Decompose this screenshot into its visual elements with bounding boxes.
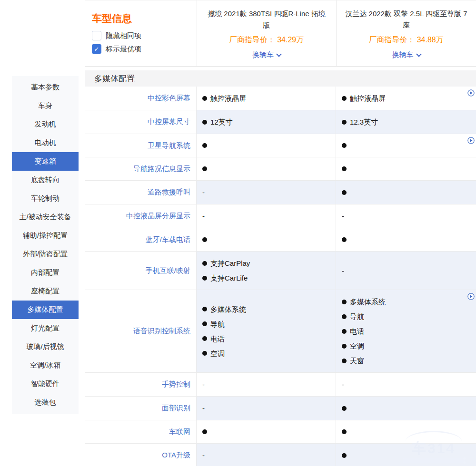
feature-item: 支持CarPlay bbox=[202, 256, 333, 271]
sidebar-item-17[interactable]: 智能硬件 bbox=[12, 375, 79, 393]
sidebar-item-6[interactable]: 底盘转向 bbox=[12, 171, 79, 189]
hide-same-items-checkbox[interactable]: 隐藏相同项 bbox=[92, 31, 197, 40]
spec-label[interactable]: 中控屏幕尺寸 bbox=[85, 110, 196, 134]
spec-value-car1 bbox=[196, 228, 336, 251]
spec-row-13: OTA升级- bbox=[85, 444, 476, 466]
bullet-icon bbox=[342, 143, 347, 148]
spec-label[interactable]: 道路救援呼叫 bbox=[85, 181, 196, 204]
spec-value-car1: 12英寸 bbox=[196, 110, 336, 134]
feature-item: 支持CarLife bbox=[202, 271, 333, 285]
feature-text: 空调 bbox=[350, 339, 364, 353]
spec-value-car2 bbox=[336, 397, 476, 420]
car-column-header-1: 揽境 2021款 380TSI 四驱R-Line 拓境版厂商指导价： 34.29… bbox=[197, 0, 336, 66]
spec-label[interactable]: OTA升级 bbox=[85, 444, 196, 466]
spec-row-9: 语音识别控制系统多媒体系统导航电话空调多媒体系统导航电话空调天窗 bbox=[85, 290, 476, 373]
spec-label[interactable]: 中控彩色屏幕 bbox=[85, 87, 196, 110]
feature-item: 空调 bbox=[342, 339, 473, 353]
sidebar-item-11[interactable]: 内部配置 bbox=[12, 263, 79, 282]
spec-value-car1: 支持CarPlay支持CarLife bbox=[196, 252, 336, 290]
spec-label[interactable]: 面部识别 bbox=[85, 397, 196, 420]
spec-value-car1: - bbox=[196, 181, 336, 204]
sidebar-item-13[interactable]: 多媒体配置 bbox=[12, 301, 79, 319]
unchecked-checkbox-icon[interactable] bbox=[92, 31, 101, 40]
checked-checkbox-icon[interactable]: ✓ bbox=[92, 44, 101, 54]
switch-car-label: 换辆车 bbox=[392, 50, 414, 59]
video-play-icon[interactable] bbox=[467, 293, 475, 300]
feature-item: 导航 bbox=[202, 317, 333, 331]
bullet-icon bbox=[342, 237, 347, 242]
feature-item: 电话 bbox=[342, 324, 473, 339]
bullet-icon bbox=[202, 120, 207, 125]
mark-best-items-checkbox[interactable]: ✓标示最优项 bbox=[92, 44, 197, 54]
no-feature-dash: - bbox=[342, 377, 473, 392]
switch-car-label: 换辆车 bbox=[252, 50, 274, 59]
bullet-icon bbox=[202, 96, 207, 101]
switch-car-button[interactable]: 换辆车 bbox=[252, 50, 281, 59]
no-feature-dash: - bbox=[202, 401, 333, 416]
sidebar-item-8[interactable]: 主/被动安全装备 bbox=[12, 208, 79, 226]
checkbox-label: 隐藏相同项 bbox=[106, 31, 141, 40]
checkbox-label: 标示最优项 bbox=[106, 45, 141, 54]
model-info-cell: 车型信息 隐藏相同项✓标示最优项 bbox=[85, 0, 197, 66]
spec-label[interactable]: 蓝牙/车载电话 bbox=[85, 228, 196, 251]
spec-value-car2 bbox=[336, 420, 476, 443]
bullet-icon bbox=[202, 429, 207, 434]
section-header: 多媒体配置 bbox=[85, 70, 476, 87]
spec-label[interactable]: 卫星导航系统 bbox=[85, 134, 196, 157]
bullet-icon bbox=[342, 300, 347, 304]
feature-item bbox=[202, 166, 333, 171]
feature-item bbox=[342, 406, 473, 411]
video-play-icon[interactable] bbox=[467, 89, 475, 97]
bullet-icon bbox=[342, 359, 347, 363]
spec-value-car1: - bbox=[196, 444, 336, 466]
sidebar-item-5[interactable]: 变速箱 bbox=[12, 152, 79, 171]
sidebar-item-7[interactable]: 车轮制动 bbox=[12, 189, 79, 208]
feature-text: 触控液晶屏 bbox=[210, 91, 246, 106]
bullet-icon bbox=[342, 453, 347, 458]
spec-label[interactable]: 手势控制 bbox=[85, 373, 196, 396]
category-sidebar: 基本参数车身发动机电动机变速箱底盘转向车轮制动主/被动安全装备辅助/操控配置外部… bbox=[12, 76, 79, 414]
bullet-icon bbox=[202, 237, 207, 242]
section-title: 多媒体配置 bbox=[94, 73, 135, 84]
sidebar-item-12[interactable]: 座椅配置 bbox=[12, 282, 79, 301]
sidebar-item-4[interactable]: 电动机 bbox=[12, 134, 79, 152]
spec-label[interactable]: 手机互联/映射 bbox=[85, 252, 196, 290]
spec-label[interactable]: 车联网 bbox=[85, 420, 196, 443]
sidebar-item-10[interactable]: 外部/防盗配置 bbox=[12, 245, 79, 263]
switch-car-button[interactable]: 换辆车 bbox=[392, 50, 421, 59]
sidebar-item-9[interactable]: 辅助/操控配置 bbox=[12, 226, 79, 245]
feature-text: 多媒体系统 bbox=[210, 302, 246, 317]
bullet-icon bbox=[342, 429, 347, 434]
spec-row-1: 中控彩色屏幕触控液晶屏触控液晶屏 bbox=[85, 87, 476, 110]
sidebar-item-15[interactable]: 玻璃/后视镜 bbox=[12, 338, 79, 356]
no-feature-dash: - bbox=[202, 377, 333, 392]
spec-value-car1 bbox=[196, 134, 336, 157]
feature-item bbox=[342, 237, 473, 242]
feature-item: 空调 bbox=[202, 346, 333, 361]
feature-item: 触控液晶屏 bbox=[202, 91, 333, 106]
feature-text: 支持CarPlay bbox=[210, 256, 250, 271]
sidebar-item-18[interactable]: 选装包 bbox=[12, 393, 79, 412]
bullet-icon bbox=[342, 329, 347, 334]
spec-label[interactable]: 导航路况信息显示 bbox=[85, 157, 196, 180]
spec-row-6: 中控液晶屏分屏显示-- bbox=[85, 204, 476, 228]
sidebar-item-1[interactable]: 基本参数 bbox=[12, 78, 79, 97]
spec-label[interactable]: 中控液晶屏分屏显示 bbox=[85, 204, 196, 228]
sidebar-item-3[interactable]: 发动机 bbox=[12, 115, 79, 134]
spec-row-3: 卫星导航系统 bbox=[85, 134, 476, 157]
feature-item: 12.3英寸 bbox=[342, 115, 473, 129]
sidebar-item-2[interactable]: 车身 bbox=[12, 97, 79, 115]
feature-item: 触控液晶屏 bbox=[342, 91, 473, 106]
sidebar-item-14[interactable]: 灯光配置 bbox=[12, 319, 79, 338]
bullet-icon bbox=[202, 351, 207, 356]
feature-text: 12.3英寸 bbox=[350, 115, 378, 129]
page-title: 车型信息 bbox=[92, 12, 197, 25]
spec-value-car1: 多媒体系统导航电话空调 bbox=[196, 290, 336, 372]
spec-label[interactable]: 语音识别控制系统 bbox=[85, 290, 196, 372]
feature-text: 导航 bbox=[350, 309, 364, 324]
sidebar-item-16[interactable]: 空调/冰箱 bbox=[12, 356, 79, 375]
spec-row-2: 中控屏幕尺寸12英寸12.3英寸 bbox=[85, 110, 476, 134]
video-play-icon[interactable] bbox=[467, 137, 475, 144]
bullet-icon bbox=[202, 261, 207, 266]
spec-value-car1: - bbox=[196, 397, 336, 420]
